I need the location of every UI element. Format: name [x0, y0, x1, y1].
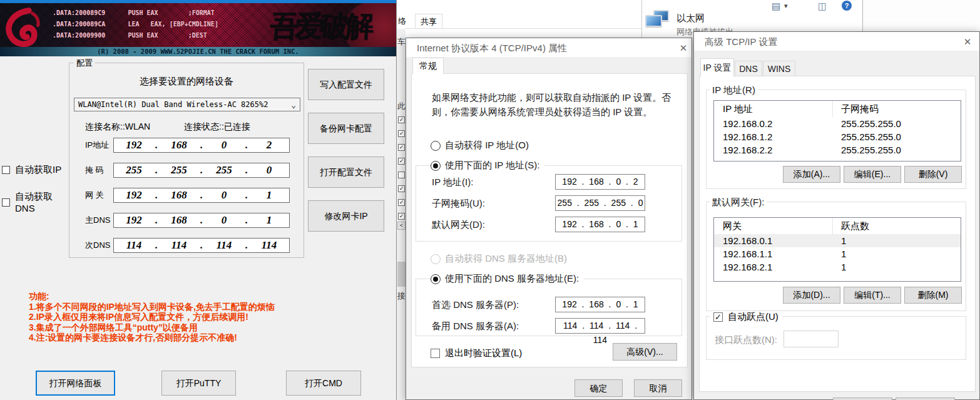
octet-1[interactable]: 114 — [114, 239, 154, 252]
close-icon[interactable]: ✕ — [678, 43, 689, 54]
auto-dns-checkbox[interactable]: 自动获取DNS — [2, 197, 71, 207]
cancel-button[interactable]: 取消 — [634, 379, 682, 397]
feature-notes: 功能:1.将多个不同网段的IP地址写入到网卡设备,免去手工配置的烦恼2.IP录入… — [29, 291, 379, 343]
octet-2[interactable]: 168 — [159, 139, 199, 151]
octet-3[interactable]: 0 — [204, 189, 244, 202]
gateway-list-row[interactable]: 192.168.0.1 1 — [714, 234, 961, 247]
interface-metric-label: 接口跃点数(N): — [715, 334, 777, 346]
radio-selected-icon[interactable] — [431, 161, 441, 171]
ip-list-row[interactable]: 192.168.1.2 255.255.255.0 — [714, 130, 961, 143]
ip-field-row: 次DNS 114.114.114.114 — [69, 238, 304, 253]
details-view-icon[interactable]: ▤ — [772, 1, 780, 12]
octet-1[interactable]: 192 — [114, 189, 154, 202]
checkbox-icon[interactable] — [431, 349, 440, 358]
side-action-button[interactable]: 写入配置文件 — [308, 69, 384, 100]
interface-metric-input[interactable] — [783, 331, 839, 347]
octet-3[interactable]: 255 — [204, 164, 244, 177]
feature-note-line: 3.集成了一个外部网络工具“putty”以便备用 — [29, 322, 379, 333]
preferred-dns-input[interactable]: 192 . 168 . 0 . 1 — [555, 297, 645, 312]
auto-metric-checkbox[interactable]: ✓ 自动跃点(U) — [710, 311, 782, 323]
open-network-panel-button[interactable]: 打开网络面板 — [36, 371, 115, 396]
ethernet-label[interactable]: 以太网 — [676, 13, 705, 24]
radio-manual-dns[interactable]: 使用下面的 DNS 服务器地址(E): — [431, 273, 584, 285]
feature-note-line: 功能: — [29, 291, 379, 302]
cancel-button-clipped[interactable] — [896, 397, 955, 400]
octet-1[interactable]: 255 — [114, 164, 154, 177]
ip-octets-input[interactable]: 255.255.255.0 — [113, 163, 290, 178]
alternate-dns-input[interactable]: 114 . 114 . 114 . 114 — [555, 318, 645, 334]
octet-2[interactable]: 255 — [159, 164, 199, 177]
default-gateway-input[interactable]: 192 . 168 . 0 . 1 — [555, 217, 645, 232]
gateway-list[interactable]: 网关 跃点数 192.168.0.1 1 192.168.1.1 1 — [713, 217, 961, 282]
banner-asm-text: .DATA:200089C9 PUSH EAX ;FORMAT.DATA:200… — [53, 8, 218, 41]
app-banner: .DATA:200089C9 PUSH EAX ;FORMAT.DATA:200… — [0, 3, 396, 56]
tab-wins[interactable]: WINS — [763, 61, 795, 76]
dropdown-arrow-icon[interactable]: ▾ — [784, 2, 788, 10]
tab-ip-settings[interactable]: IP 设置 — [700, 58, 734, 76]
gateway-list-action-button[interactable]: 编辑(T)... — [844, 287, 901, 304]
gateway-list-action-button[interactable]: 删除(M) — [904, 287, 962, 304]
ip-address-list[interactable]: IP 地址 子网掩码 192.168.0.2 255.255.255.0 192… — [713, 100, 961, 162]
ip-octets-input[interactable]: 192.168.0.1 — [113, 213, 290, 228]
open-putty-button[interactable]: 打开PuTTY — [161, 371, 236, 396]
octet-2[interactable]: 114 — [159, 239, 199, 252]
tab-sharing[interactable]: 共享 — [415, 14, 442, 29]
scrollbar-thumb[interactable] — [397, 262, 406, 287]
gateway-list-action-button[interactable]: 添加(D)... — [783, 287, 840, 304]
scroll-left-icon[interactable]: < — [397, 222, 406, 230]
octet-1[interactable]: 192 — [114, 139, 154, 151]
side-action-button[interactable]: 打开配置文件 — [308, 156, 384, 188]
ip-octets-input[interactable]: 192.168.0.2 — [113, 138, 290, 153]
octet-4[interactable]: 1 — [249, 189, 289, 202]
ok-button-clipped[interactable] — [833, 397, 892, 400]
close-icon[interactable]: ✕ — [962, 36, 973, 48]
ip-octets-input[interactable]: 192.168.0.1 — [113, 188, 290, 203]
radio-auto-ip[interactable]: 自动获得 IP 地址(O) — [431, 140, 534, 151]
radio-icon[interactable] — [431, 141, 441, 151]
auto-ip-checkbox[interactable]: 自动获取IP — [2, 165, 71, 175]
radio-manual-ip[interactable]: 使用下面的 IP 地址(S): — [431, 160, 544, 172]
subnet-mask-input[interactable]: 255 . 255 . 255 . 0 — [555, 195, 645, 211]
open-cmd-button[interactable]: 打开CMD — [286, 371, 361, 396]
feature-note-line: 2.IP录入框仅用来将IP信息写入配置文件，方便后续调用! — [29, 312, 379, 322]
ip-list-action-button[interactable]: 添加(A)... — [783, 166, 840, 183]
octet-3[interactable]: 0 — [204, 139, 244, 151]
tab-general[interactable]: 常规 — [412, 58, 444, 74]
validate-on-exit-checkbox[interactable]: 退出时验证设置(L) — [431, 347, 522, 359]
ip-list-action-button[interactable]: 删除(V) — [904, 166, 962, 183]
ethernet-adapter-icon[interactable] — [645, 10, 671, 33]
checkbox-checked-icon[interactable]: ✓ — [713, 312, 723, 322]
ok-button[interactable]: 确定 — [574, 379, 623, 397]
ip-list-row[interactable]: 192.168.0.2 255.255.255.0 — [714, 117, 961, 130]
network-device-dropdown[interactable]: WLAN@Intel(R) Dual Band Wireless-AC 8265… — [74, 98, 300, 111]
radio-selected-icon[interactable] — [431, 274, 441, 284]
checkbox-icon[interactable] — [2, 166, 10, 174]
tab-dns[interactable]: DNS — [735, 61, 762, 76]
gateway-list-row[interactable]: 192.168.2.1 1 — [714, 260, 961, 274]
ip-list-action-button[interactable]: 编辑(E)... — [844, 166, 901, 183]
octet-4[interactable]: 0 — [249, 164, 289, 177]
connection-name: 连接名称::WLAN — [85, 121, 150, 133]
octet-2[interactable]: 168 — [159, 214, 199, 227]
advanced-button[interactable]: 高级(V)... — [613, 343, 677, 361]
ip-octets-input[interactable]: 114.114.114.114 — [113, 238, 290, 253]
octet-4[interactable]: 114 — [249, 239, 289, 252]
octet-2[interactable]: 168 — [159, 189, 199, 202]
side-action-button[interactable]: 修改网卡IP — [308, 200, 384, 232]
radio-disabled-icon[interactable] — [431, 254, 441, 264]
octet-4[interactable]: 2 — [249, 139, 289, 151]
radio-auto-dns[interactable]: 自动获得 DNS 服务器地址(B) — [431, 253, 572, 265]
octet-3[interactable]: 114 — [204, 239, 244, 252]
preview-pane-icon[interactable]: ◫ — [818, 1, 827, 12]
auto-dns-label: 自动获取DNS — [15, 191, 71, 213]
tab-network-partial[interactable]: 络 — [398, 16, 406, 27]
ip-address-input[interactable]: 192 . 168 . 0 . 2 — [555, 174, 645, 190]
side-action-button[interactable]: 备份网卡配置 — [308, 113, 384, 144]
octet-4[interactable]: 1 — [249, 214, 289, 227]
octet-3[interactable]: 0 — [204, 214, 244, 227]
checkbox-icon[interactable] — [2, 198, 10, 207]
help-icon[interactable]: ? — [842, 1, 852, 11]
gateway-list-row[interactable]: 192.168.1.1 1 — [714, 247, 961, 260]
octet-1[interactable]: 192 — [114, 214, 154, 227]
ip-list-row[interactable]: 192.168.2.2 255.255.255.0 — [714, 143, 961, 156]
